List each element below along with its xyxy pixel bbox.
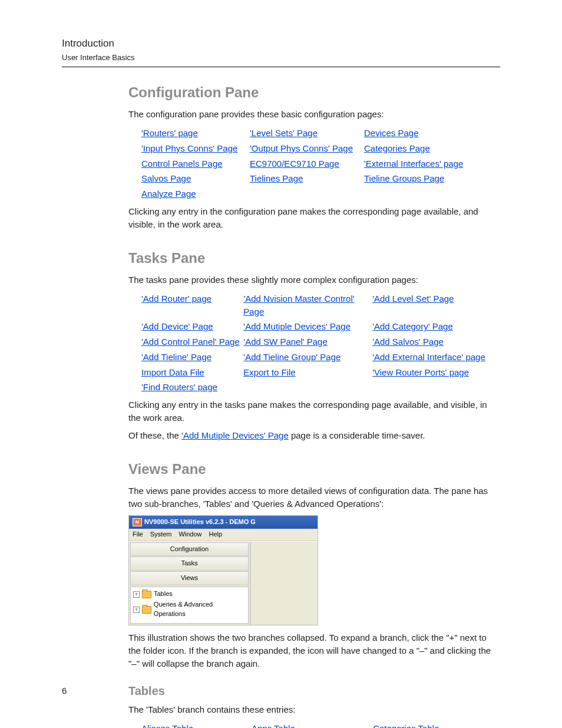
tasks-link-link[interactable]: 'Add Router' page — [141, 294, 211, 304]
heading-views-pane: Views Pane — [128, 459, 500, 480]
config-link-cell: Analyze Page — [141, 186, 250, 202]
config-link-link[interactable]: Tieline Groups Page — [364, 173, 444, 183]
config-link-link[interactable]: 'Input Phys Conns' Page — [141, 143, 237, 153]
tasks-link-row: 'Add Device' Page'Add Mutiple Devices' P… — [141, 319, 500, 334]
tasks-link-row: 'Find Routers' page — [141, 380, 500, 395]
config-link-cell: Salvos Page — [141, 171, 250, 186]
link-add-multiple-devices[interactable]: 'Add Mutiple Devices' Page — [181, 430, 289, 440]
tasks-link-cell: Import Data File — [141, 365, 243, 380]
tasks-link-cell: 'Add Router' page — [141, 291, 243, 319]
config-link-row: Control Panels PageEC9700/EC9710 Page'Ex… — [141, 156, 500, 172]
tab-views[interactable]: Views — [130, 571, 249, 585]
page-number: 6 — [62, 684, 67, 697]
tasks-outro-1: Clicking any entry in the tasks pane mak… — [128, 398, 500, 424]
menu-file[interactable]: File — [133, 530, 143, 539]
tasks-link-link[interactable]: 'Add External Interface' page — [372, 352, 485, 362]
tasks-link-row: 'Add Tieline' Page'Add Tieline Group' Pa… — [141, 350, 500, 365]
tasks-link-cell: 'Add Mutiple Devices' Page — [243, 319, 372, 334]
config-link-cell: 'Output Phys Conns' Page — [250, 141, 364, 156]
config-link-link[interactable]: Analyze Page — [141, 189, 196, 199]
screenshot-right-pane — [251, 542, 318, 625]
config-link-link[interactable]: Categories Page — [364, 143, 430, 153]
tasks-outro-2: Of these, the 'Add Mutiple Devices' Page… — [128, 429, 500, 442]
config-link-link[interactable]: Tielines Page — [250, 173, 303, 183]
menu-system[interactable]: System — [150, 530, 172, 539]
menu-help[interactable]: Help — [209, 530, 223, 539]
tables-links-grid: Aliases TableApps TableCategories TableC… — [141, 721, 500, 728]
config-link-link[interactable]: 'External Interfaces' page — [364, 159, 463, 169]
tables-link-link[interactable]: Categories Table — [373, 723, 439, 728]
tasks-link-link[interactable]: 'Add Tieline' Page — [141, 352, 211, 362]
tasks-link-link[interactable]: 'Add Device' Page — [141, 321, 213, 331]
menu-window[interactable]: Window — [178, 530, 201, 539]
tables-link-cell: Aliases Table — [141, 721, 252, 728]
screenshot-titlebar: N NV9000-SE Utilities v6.2.3 - DEMO G — [129, 516, 318, 529]
tasks-link-cell: 'Add Tieline Group' Page — [243, 350, 372, 365]
tree-label-queries: Queries & Advanced Operations — [154, 600, 246, 619]
tasks-link-cell: 'Add Nvision Master Control' Page — [243, 291, 372, 319]
tasks-intro: The tasks pane provides these slightly m… — [128, 274, 500, 286]
expand-icon[interactable]: + — [133, 607, 140, 613]
tasks-link-link[interactable]: 'Add SW Panel' Page — [243, 337, 327, 347]
config-link-link[interactable]: Devices Page — [364, 128, 419, 138]
tasks-outro-2-post: page is a considerable time-saver. — [289, 430, 425, 440]
tasks-link-cell: 'Add Salvos' Page — [372, 334, 500, 350]
config-link-cell: 'Input Phys Conns' Page — [141, 141, 250, 156]
tasks-link-link[interactable]: 'Add Mutiple Devices' Page — [243, 321, 351, 331]
tasks-link-link[interactable]: 'Add Control Panel' Page — [141, 337, 240, 347]
tasks-link-row: Import Data FileExport to File'View Rout… — [141, 365, 500, 380]
config-link-link[interactable]: EC9700/EC9710 Page — [250, 159, 339, 169]
config-link-row: 'Routers' page'Level Sets' PageDevices P… — [141, 126, 500, 141]
config-intro: The configuration pane provides these ba… — [128, 108, 500, 121]
config-link-cell: Devices Page — [364, 126, 496, 141]
tasks-link-link[interactable]: 'Find Routers' page — [141, 382, 217, 392]
tasks-link-cell: 'Add Control Panel' Page — [141, 334, 243, 350]
config-link-link[interactable]: Salvos Page — [141, 173, 191, 183]
folder-icon — [142, 591, 151, 598]
tree-row-tables[interactable]: + Tables — [133, 589, 246, 599]
tasks-link-cell: 'Add Device' Page — [141, 319, 243, 334]
tree-row-queries[interactable]: + Queries & Advanced Operations — [133, 599, 246, 620]
tasks-link-link[interactable]: 'Add Level Set' Page — [372, 294, 454, 304]
tasks-link-cell: 'Add Tieline' Page — [141, 350, 243, 365]
tasks-outro-2-pre: Of these, the — [128, 430, 181, 440]
tasks-link-cell: 'Add SW Panel' Page — [243, 334, 372, 350]
tasks-link-link[interactable]: 'Add Salvos' Page — [372, 337, 444, 347]
tasks-link-link[interactable]: Import Data File — [141, 367, 204, 377]
tables-link-link[interactable]: Aliases Table — [141, 723, 193, 728]
views-intro: The views pane provides access to more d… — [128, 485, 500, 510]
config-link-cell — [250, 186, 364, 202]
config-link-cell: Categories Page — [364, 141, 496, 156]
expand-icon[interactable]: + — [133, 591, 140, 598]
config-link-row: Salvos PageTielines PageTieline Groups P… — [141, 171, 500, 186]
tables-link-cell: Categories Table — [373, 721, 500, 728]
tab-configuration[interactable]: Configuration — [130, 542, 249, 556]
heading-tasks-pane: Tasks Pane — [128, 248, 500, 269]
tab-tasks[interactable]: Tasks — [130, 556, 249, 571]
config-link-link[interactable]: 'Routers' page — [141, 128, 198, 138]
tables-intro: The 'Tables' branch contains these entri… — [128, 703, 500, 716]
tasks-link-link[interactable]: Export to File — [243, 367, 295, 377]
folder-icon — [142, 606, 151, 614]
heading-configuration-pane: Configuration Pane — [128, 83, 500, 103]
config-link-link[interactable]: Control Panels Page — [141, 159, 223, 169]
tasks-link-row: 'Add Router' page'Add Nvision Master Con… — [141, 291, 500, 319]
screenshot-left-pane: Configuration Tasks Views + Tables + Que… — [129, 542, 251, 625]
tasks-link-row: 'Add Control Panel' Page'Add SW Panel' P… — [141, 334, 500, 350]
config-link-cell: Tieline Groups Page — [364, 171, 496, 186]
tree-label-tables: Tables — [154, 589, 173, 599]
tasks-link-cell: 'View Router Ports' page — [372, 365, 500, 380]
tables-link-link[interactable]: Apps Table — [252, 723, 295, 728]
config-link-cell — [364, 186, 496, 202]
tasks-link-link[interactable]: 'Add Nvision Master Control' Page — [243, 294, 354, 317]
tasks-link-link[interactable]: 'View Router Ports' page — [372, 367, 469, 377]
config-link-cell: 'Level Sets' Page — [250, 126, 364, 141]
tasks-link-link[interactable]: 'Add Category' Page — [372, 321, 453, 331]
tasks-link-link[interactable]: 'Add Tieline Group' Page — [243, 352, 340, 362]
config-link-link[interactable]: 'Level Sets' Page — [250, 128, 318, 138]
config-link-link[interactable]: 'Output Phys Conns' Page — [250, 143, 353, 153]
app-icon: N — [133, 518, 142, 526]
config-link-cell: EC9700/EC9710 Page — [250, 156, 364, 172]
config-outro: Clicking any entry in the configuration … — [128, 205, 500, 231]
tasks-links-grid: 'Add Router' page'Add Nvision Master Con… — [141, 291, 500, 395]
